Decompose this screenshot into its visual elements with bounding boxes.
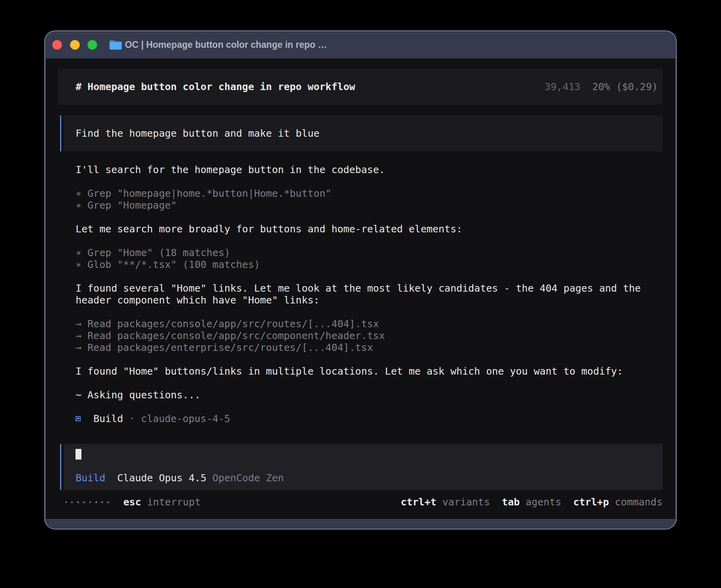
terminal-screen: # Homepage button color change in repo w…: [46, 58, 675, 519]
terminal-line: [75, 176, 641, 188]
user-message: Find the homepage button and make it blu…: [64, 115, 662, 151]
user-message-border: [60, 115, 61, 151]
session-title: # Homepage button color change in repo w…: [75, 81, 545, 93]
hint-key: ctrl+p: [573, 496, 609, 508]
agent-build-icon: [75, 416, 81, 421]
provider-name: OpenCode Zen: [212, 472, 284, 484]
terminal-line: [75, 354, 641, 366]
keyboard-hints: ctrl+t variants tab agents ctrl+p comman…: [401, 496, 662, 508]
interrupt-hint: esc interrupt: [123, 496, 201, 508]
traffic-lights: [52, 40, 97, 50]
spinner-dot: [71, 501, 73, 503]
terminal-line: ∗ Glob "**/*.tsx" (100 matches): [75, 259, 641, 271]
text-cursor: [75, 449, 81, 460]
terminal-line: ~ Asking questions...: [75, 389, 641, 401]
terminal-line: Let me search more broadly for buttons a…: [75, 223, 641, 235]
hint-key: tab: [502, 496, 520, 508]
terminal-line: [75, 235, 641, 247]
hint-key: ctrl+t: [401, 496, 436, 508]
terminal-line: → Read packages/console/app/src/componen…: [75, 330, 641, 342]
conversation-log: I'll search for the homepage button in t…: [75, 164, 641, 425]
user-message-text: Find the homepage button and make it blu…: [75, 128, 319, 139]
terminal-line: [75, 271, 641, 283]
terminal-line: [75, 377, 641, 389]
session-header: # Homepage button color change in repo w…: [58, 69, 662, 105]
spinner-dot: [65, 501, 67, 503]
spinner-dot: [83, 501, 85, 503]
model-name[interactable]: Claude Opus 4.5: [117, 472, 207, 484]
input-status-row: Build Claude Opus 4.5 OpenCode Zen: [75, 472, 284, 484]
terminal-line: Build · claude-opus-4-5: [75, 413, 641, 425]
terminal-line: I found several "Home" links. Let me loo…: [75, 283, 641, 294]
context-cost: 20% ($0.29): [580, 81, 658, 93]
prompt-input-border: [60, 444, 61, 490]
terminal-line: → Read packages/enterprise/src/routes/[.…: [75, 342, 641, 354]
window-title: OC | Homepage button color change in rep…: [125, 40, 327, 50]
hint-label: commands: [609, 496, 662, 508]
spinner-dot: [101, 501, 103, 503]
terminal-line: [75, 306, 641, 318]
spinner-dot: [95, 501, 97, 503]
terminal-line: I found "Home" buttons/links in multiple…: [75, 366, 641, 377]
terminal-line: ∗ Grep "Homepage": [75, 200, 641, 211]
terminal-line: [75, 401, 641, 413]
hint-label: variants: [436, 496, 490, 508]
agent-mode-label[interactable]: Build: [75, 472, 105, 484]
app-window: OC | Homepage button color change in rep…: [44, 30, 677, 530]
terminal-line: I'll search for the homepage button in t…: [75, 164, 641, 176]
hint-label: agents: [520, 496, 561, 508]
terminal-line: → Read packages/console/app/src/routes/[…: [75, 318, 641, 330]
token-count: 39,413: [545, 81, 580, 93]
terminal-line: ∗ Grep "Home" (18 matches): [75, 247, 641, 259]
close-button[interactable]: [52, 40, 62, 50]
window-titlebar[interactable]: OC | Homepage button color change in rep…: [45, 31, 676, 58]
folder-icon: [109, 40, 122, 50]
interrupt-label: interrupt: [147, 496, 200, 508]
terminal-line: header component which have "Home" links…: [75, 294, 641, 306]
terminal-line: ∗ Grep "homepage|home.*button|Home.*butt…: [75, 188, 641, 200]
spinner-dots: [65, 496, 109, 508]
minimize-button[interactable]: [70, 40, 80, 50]
status-bar: esc interrupt ctrl+t variants tab agents…: [46, 496, 675, 508]
maximize-button[interactable]: [87, 40, 97, 50]
spinner-dot: [107, 501, 109, 503]
spinner-dot: [77, 501, 79, 503]
spinner-dot: [89, 501, 91, 503]
esc-key: esc: [123, 496, 141, 508]
terminal-line: [75, 211, 641, 223]
